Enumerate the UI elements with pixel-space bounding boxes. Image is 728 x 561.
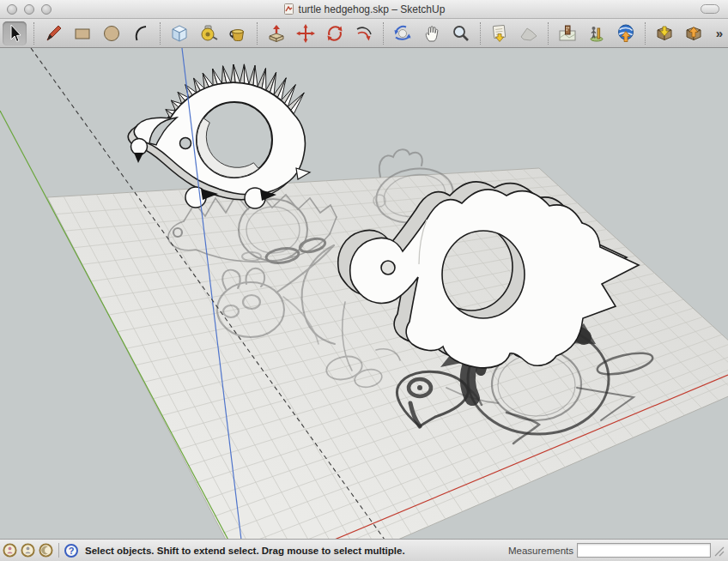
help-button[interactable]: ? xyxy=(64,544,78,558)
status-hint: Select objects. Shift to extend select. … xyxy=(85,546,405,556)
position-camera-icon xyxy=(586,23,607,44)
measurements-label: Measurements xyxy=(508,546,573,556)
toolbar-separator xyxy=(160,22,161,45)
scene-svg[interactable] xyxy=(0,48,728,539)
offset-tool-button[interactable] xyxy=(352,21,376,45)
minimize-button[interactable] xyxy=(24,4,34,15)
get-models-tool-button[interactable] xyxy=(652,21,676,45)
toggle-terrain-tool-button[interactable] xyxy=(517,21,541,45)
position-camera-tool-button[interactable] xyxy=(585,21,609,45)
title-bar[interactable]: turtle hedgehog.skp – SketchUp xyxy=(0,0,728,19)
medallion-crescent-icon[interactable] xyxy=(39,543,53,558)
make-component-tool-button[interactable] xyxy=(167,21,191,45)
share-models-box-icon xyxy=(683,23,704,44)
toolbar-separator xyxy=(383,22,384,45)
rectangle-icon xyxy=(72,23,93,44)
hedgehog-snout-knob xyxy=(131,139,148,155)
resize-grip[interactable] xyxy=(714,544,725,558)
photo-textures-tool-button[interactable] xyxy=(555,21,579,45)
offset-icon xyxy=(354,23,374,44)
toolbar-separator xyxy=(645,22,646,45)
orbit-tool-button[interactable] xyxy=(391,21,415,45)
viewport[interactable] xyxy=(0,48,728,539)
circle-icon xyxy=(101,23,122,44)
push-pull-tool-button[interactable] xyxy=(264,21,288,45)
move-icon xyxy=(295,23,316,44)
google-earth-icon xyxy=(616,23,636,44)
zoom-button[interactable] xyxy=(41,4,52,15)
circle-tool-button[interactable] xyxy=(100,21,124,45)
terrain-icon xyxy=(519,23,539,44)
push-pull-icon xyxy=(266,23,287,44)
pan-tool-button[interactable] xyxy=(420,21,444,45)
toolbar-separator xyxy=(480,22,481,45)
window-title: turtle hedgehog.skp – SketchUp xyxy=(299,3,446,15)
move-tool-button[interactable] xyxy=(294,21,318,45)
zoom-tool-button[interactable] xyxy=(449,21,473,45)
toolbar-separator xyxy=(33,22,34,45)
component-cube-icon xyxy=(169,23,190,44)
statusbar-separator xyxy=(58,543,59,558)
measurements-input[interactable] xyxy=(577,543,711,558)
toolbar-toggle-button[interactable] xyxy=(701,4,719,14)
add-location-tool-button[interactable] xyxy=(488,21,512,45)
sketchup-window: turtle hedgehog.skp – SketchUp xyxy=(0,0,728,561)
pan-hand-icon xyxy=(422,23,442,44)
orbit-icon xyxy=(392,23,413,44)
arc-icon xyxy=(130,23,151,44)
magnifier-icon xyxy=(451,23,471,44)
photo-textures-icon xyxy=(557,23,578,44)
toolbar: » xyxy=(0,19,728,48)
tape-measure-icon xyxy=(198,23,219,44)
turtle-eye-hole xyxy=(381,261,395,274)
document-icon xyxy=(283,3,294,15)
add-location-icon xyxy=(489,23,510,44)
select-tool-button[interactable] xyxy=(3,21,27,45)
arc-tool-button[interactable] xyxy=(129,21,153,45)
rotate-tool-button[interactable] xyxy=(323,21,347,45)
line-tool-button[interactable] xyxy=(41,21,65,45)
close-button[interactable] xyxy=(7,4,17,15)
window-title-area: turtle hedgehog.skp – SketchUp xyxy=(283,3,446,15)
preview-in-google-earth-tool-button[interactable] xyxy=(614,21,638,45)
status-bar: ? Select objects. Shift to extend select… xyxy=(0,539,728,561)
select-arrow-icon xyxy=(4,23,25,44)
toolbar-overflow-button[interactable]: » xyxy=(716,26,723,40)
paint-bucket-tool-button[interactable] xyxy=(226,21,250,45)
hedgehog-eye-hole xyxy=(180,138,191,149)
rotate-icon xyxy=(325,23,345,44)
get-models-box-icon xyxy=(654,23,675,44)
toolbar-separator xyxy=(548,22,549,45)
paint-bucket-icon xyxy=(228,23,248,44)
rectangle-tool-button[interactable] xyxy=(70,21,94,45)
share-models-tool-button[interactable] xyxy=(682,21,706,45)
window-controls xyxy=(7,4,52,15)
toolbar-separator xyxy=(257,22,258,45)
medallion-person-gray-icon[interactable] xyxy=(21,543,35,558)
pencil-icon xyxy=(43,23,64,44)
tape-measure-tool-button[interactable] xyxy=(197,21,221,45)
medallion-person-pink-icon[interactable] xyxy=(3,543,17,558)
